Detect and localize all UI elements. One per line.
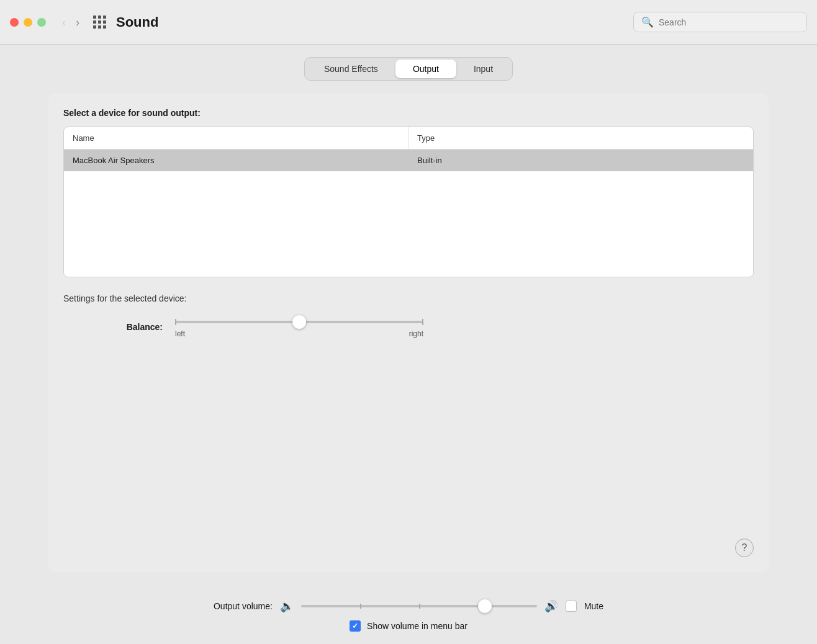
settings-label: Settings for the selected device: (63, 293, 754, 303)
balance-track-line (175, 321, 423, 323)
tab-input[interactable]: Input (456, 60, 510, 78)
balance-tick-left (175, 319, 176, 325)
show-volume-row: ✓ Show volume in menu bar (350, 620, 467, 632)
vol-tick-1 (360, 604, 361, 609)
search-icon: 🔍 (641, 16, 654, 28)
balance-right-label: right (409, 329, 423, 338)
table-row[interactable]: MacBook Air Speakers Built-in (64, 150, 753, 171)
output-volume-label: Output volume: (214, 601, 273, 611)
balance-slider-container: left right (175, 316, 423, 338)
back-button[interactable]: ‹ (58, 14, 70, 30)
tab-bar: Sound Effects Output Input (304, 57, 513, 81)
show-volume-checkbox[interactable]: ✓ (350, 620, 361, 632)
tab-output[interactable]: Output (395, 60, 456, 78)
main-content: Sound Effects Output Input Select a devi… (0, 45, 817, 591)
nav-arrows: ‹ › (58, 14, 83, 30)
titlebar: ‹ › Sound 🔍 (0, 0, 817, 45)
maximize-button[interactable] (37, 18, 46, 27)
search-input[interactable] (659, 17, 799, 27)
device-type: Built-in (408, 150, 753, 171)
volume-slider[interactable] (301, 600, 537, 612)
volume-row: Output volume: 🔈 🔊 Mute (214, 599, 603, 613)
balance-thumb[interactable] (292, 315, 306, 329)
volume-high-icon: 🔊 (544, 599, 558, 613)
window-controls (10, 18, 46, 27)
volume-track-line (301, 605, 537, 607)
forward-button[interactable]: › (72, 14, 83, 30)
balance-row: Balance: left right (63, 316, 754, 338)
volume-low-icon: 🔈 (280, 599, 294, 613)
balance-slider-labels: left right (175, 329, 423, 338)
bottom-bar: Output volume: 🔈 🔊 Mute ✓ Show volume in… (0, 591, 817, 644)
minimize-button[interactable] (24, 18, 32, 27)
balance-slider-track[interactable] (175, 316, 423, 328)
search-bar[interactable]: 🔍 (633, 12, 807, 32)
col-type: Type (408, 127, 753, 149)
output-panel: Select a device for sound output: Name T… (48, 93, 769, 572)
page-title: Sound (116, 14, 158, 30)
show-volume-label: Show volume in menu bar (367, 621, 467, 631)
checkmark-icon: ✓ (352, 622, 358, 630)
balance-label: Balance: (113, 322, 163, 332)
vol-tick-2 (419, 604, 420, 609)
mute-label: Mute (584, 601, 603, 611)
device-name: MacBook Air Speakers (64, 150, 408, 171)
help-button[interactable]: ? (735, 539, 754, 557)
table-header: Name Type (64, 127, 753, 150)
close-button[interactable] (10, 18, 19, 27)
tab-sound-effects[interactable]: Sound Effects (307, 60, 395, 78)
volume-thumb[interactable] (478, 599, 492, 613)
col-name: Name (64, 127, 408, 149)
balance-left-label: left (175, 329, 185, 338)
select-device-label: Select a device for sound output: (63, 108, 754, 118)
table-empty-area (64, 171, 753, 277)
balance-tick-right (422, 319, 423, 325)
device-table: Name Type MacBook Air Speakers Built-in (63, 127, 754, 277)
apps-grid-icon[interactable] (93, 16, 106, 29)
mute-checkbox[interactable] (566, 601, 577, 612)
